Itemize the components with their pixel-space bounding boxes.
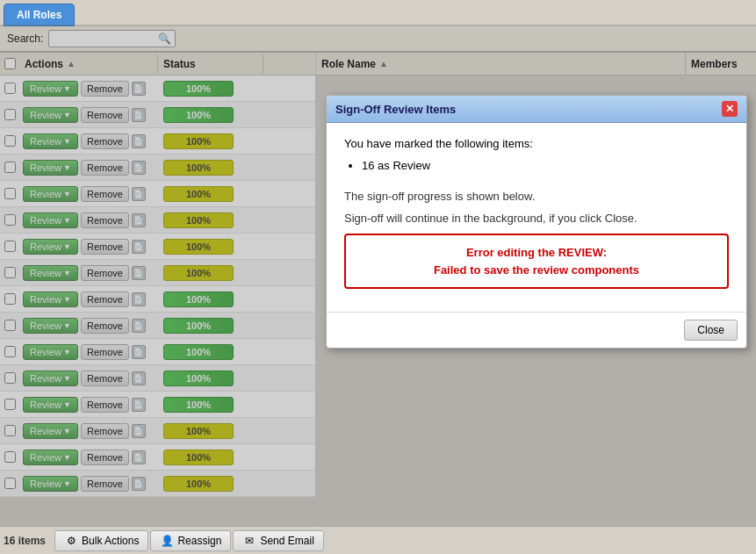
modal-close-button[interactable]: Close (684, 320, 738, 341)
modal-footer: Close (327, 312, 746, 348)
tab-all-roles[interactable]: All Roles (4, 4, 75, 26)
modal-progress-line2: Sign-off will continue in the background… (344, 212, 729, 225)
send-email-label: Send Email (260, 535, 313, 547)
send-email-button[interactable]: ✉ Send Email (233, 530, 323, 551)
modal-list-item: 16 as Review (362, 159, 729, 172)
send-email-icon: ✉ (242, 534, 256, 548)
modal-items-list: 16 as Review (362, 159, 729, 172)
tab-bar: All Roles (0, 0, 756, 26)
bottom-bar: 16 items ⚙ Bulk Actions 👤 Reassign ✉ Sen… (0, 526, 756, 554)
bulk-actions-button[interactable]: ⚙ Bulk Actions (54, 530, 148, 551)
reassign-button[interactable]: 👤 Reassign (150, 530, 231, 551)
modal-close-x-button[interactable]: ✕ (722, 101, 738, 117)
modal-error-box: Error editing the REVIEW: Failed to save… (344, 234, 729, 289)
modal-error-line1: Error editing the REVIEW: (358, 244, 715, 262)
modal-title-bar: Sign-Off Review Items ✕ (327, 96, 746, 123)
reassign-label: Reassign (177, 535, 221, 547)
modal-intro-text: You have marked the following items: (344, 137, 729, 150)
signoff-modal: Sign-Off Review Items ✕ You have marked … (326, 95, 747, 349)
modal-progress-line1: The sign-off progress is shown below. (344, 190, 729, 203)
modal-title: Sign-Off Review Items (335, 103, 456, 116)
items-count: 16 items (4, 535, 46, 547)
bulk-actions-label: Bulk Actions (82, 535, 139, 547)
modal-overlay: Sign-Off Review Items ✕ You have marked … (0, 25, 756, 554)
bulk-actions-icon: ⚙ (64, 534, 78, 548)
reassign-icon: 👤 (160, 534, 174, 548)
modal-body: You have marked the following items: 16 … (327, 123, 746, 312)
modal-error-line2: Failed to save the review components (358, 262, 715, 279)
